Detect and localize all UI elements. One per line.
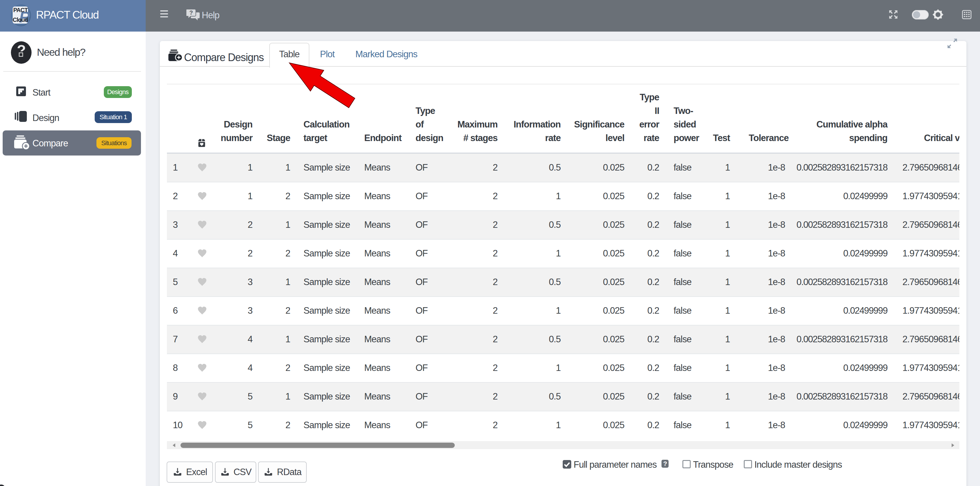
svg-text:Cloud: Cloud xyxy=(13,16,28,23)
svg-text:PACT: PACT xyxy=(13,7,28,13)
svg-text:?: ? xyxy=(189,10,193,16)
